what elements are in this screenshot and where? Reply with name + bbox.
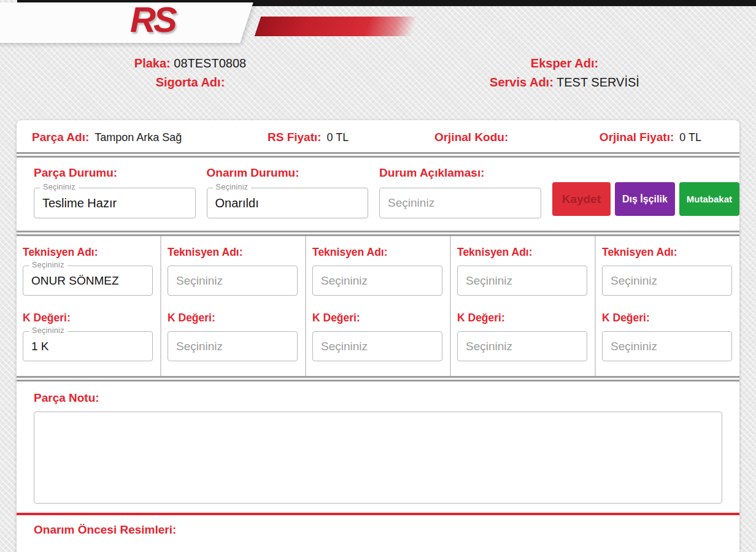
- technician-name-select[interactable]: Seçininiz: [602, 266, 732, 296]
- header-info: Plaka: 08TEST0808 Sigorta Adı: Eksper Ad…: [0, 54, 756, 94]
- eksper-row: Eksper Adı:: [436, 54, 693, 73]
- plaka-value: 08TEST0808: [174, 56, 246, 70]
- servis-value: TEST SERVİSİ: [557, 75, 639, 89]
- parca-adi-group: Parça Adı: Tampon Arka Sağ: [32, 131, 182, 144]
- rs-fiyati-group: RS Fiyatı: 0 TL: [268, 131, 349, 144]
- select-placeholder: Seçininiz: [466, 340, 512, 353]
- select-placeholder: Seçininiz: [321, 340, 368, 353]
- parca-adi-label: Parça Adı:: [32, 131, 89, 144]
- red-accent-bar: [255, 17, 417, 36]
- technician-name-label: Teknisyen Adı:: [23, 246, 153, 259]
- select-value: Teslime Hazır: [42, 196, 117, 210]
- rs-logo: RS: [130, 0, 175, 39]
- eksper-label: Eksper Adı:: [531, 56, 598, 70]
- k-value-select[interactable]: Seçininiz: [602, 331, 732, 361]
- onarim-durumu-field: Onarım Durumu: Seçininiz Onarıldı: [207, 166, 369, 218]
- select-placeholder: Seçininiz: [611, 340, 657, 353]
- plaka-label: Plaka:: [134, 56, 171, 70]
- part-note-section: Parça Notu:: [17, 381, 739, 504]
- parca-durumu-field: Parça Durumu: Seçininiz Teslime Hazır: [34, 166, 196, 218]
- technician-column-1: Teknisyen Adı: Seçininiz ONUR SÖNMEZ K D…: [17, 236, 161, 376]
- vehicle-info-block: Plaka: 08TEST0808 Sigorta Adı:: [68, 54, 313, 92]
- dis-iscilik-button[interactable]: Dış İşçilik: [615, 182, 675, 216]
- technicians-grid: Teknisyen Adı: Seçininiz ONUR SÖNMEZ K D…: [17, 236, 739, 376]
- float-label: Seçininiz: [40, 183, 79, 191]
- k-value-label: K Değeri:: [168, 312, 298, 324]
- kaydet-button[interactable]: Kaydet: [552, 182, 611, 216]
- sigorta-row: Sigorta Adı:: [68, 73, 313, 92]
- plaka-row: Plaka: 08TEST0808: [68, 54, 313, 73]
- select-placeholder: Seçininiz: [176, 274, 223, 288]
- technician-column-2: Teknisyen Adı: Seçininiz K Değeri: Seçin…: [161, 236, 306, 376]
- sigorta-label: Sigorta Adı:: [156, 75, 225, 89]
- servis-row: Servis Adı: TEST SERVİSİ: [436, 73, 693, 92]
- main-card: Parça Adı: Tampon Arka Sağ RS Fiyatı: 0 …: [17, 120, 739, 552]
- technician-name-select[interactable]: Seçininiz: [457, 266, 587, 296]
- orjinal-fiyati-group: Orjinal Fiyatı: 0 TL: [600, 131, 701, 144]
- orjinal-kodu-label: Orjinal Kodu:: [434, 131, 508, 144]
- parca-notu-label: Parça Notu:: [34, 391, 722, 405]
- section-divider: [17, 231, 739, 236]
- k-value-label: K Değeri:: [602, 312, 732, 324]
- technician-name-select[interactable]: Seçininiz: [168, 266, 298, 296]
- orjinal-fiyati-label: Orjinal Fiyatı:: [600, 131, 674, 144]
- float-label: Seçininiz: [29, 326, 68, 335]
- servis-label: Servis Adı:: [490, 75, 554, 89]
- durum-aciklamasi-field: Durum Açıklaması: Seçininiz: [379, 166, 541, 218]
- select-placeholder: Seçininiz: [466, 274, 512, 288]
- parca-notu-textarea[interactable]: [34, 412, 722, 504]
- rs-fiyati-label: RS Fiyatı:: [268, 131, 322, 144]
- technician-name-label: Teknisyen Adı:: [457, 246, 587, 259]
- onarim-durumu-label: Onarım Durumu:: [207, 166, 369, 180]
- technician-name-label: Teknisyen Adı:: [312, 246, 442, 259]
- technician-name-select[interactable]: Seçininiz: [312, 266, 442, 296]
- parca-durumu-label: Parça Durumu:: [34, 166, 196, 180]
- durum-aciklamasi-label: Durum Açıklaması:: [379, 166, 541, 180]
- section-divider: [17, 376, 739, 381]
- orjinal-kodu-group: Orjinal Kodu:: [434, 131, 514, 144]
- part-info-row: Parça Adı: Tampon Arka Sağ RS Fiyatı: 0 …: [17, 120, 739, 152]
- section-divider: [17, 152, 739, 158]
- k-value-label: K Değeri:: [457, 312, 587, 324]
- k-value-select[interactable]: Seçininiz: [312, 331, 442, 361]
- action-buttons: Kaydet Dış İşçilik Mutabakat: [552, 182, 739, 216]
- select-value: ONUR SÖNMEZ: [31, 274, 119, 288]
- repair-images-section: Onarım Öncesi Resimleri:: [17, 515, 739, 552]
- status-section: Parça Durumu: Seçininiz Teslime Hazır On…: [17, 158, 739, 231]
- select-placeholder: Seçininiz: [176, 340, 223, 353]
- float-label: Seçininiz: [29, 261, 68, 269]
- durum-aciklamasi-select[interactable]: Seçininiz: [379, 188, 541, 218]
- service-info-block: Eksper Adı: Servis Adı: TEST SERVİSİ: [436, 54, 693, 92]
- technician-name-label: Teknisyen Adı:: [602, 246, 732, 259]
- header-banner: RS: [0, 0, 756, 49]
- k-value-label: K Değeri:: [312, 312, 442, 324]
- parca-adi-value: Tampon Arka Sağ: [94, 131, 182, 144]
- k-value-select[interactable]: Seçininiz: [168, 331, 298, 361]
- parca-durumu-select[interactable]: Seçininiz Teslime Hazır: [34, 188, 196, 218]
- onarim-durumu-select[interactable]: Seçininiz Onarıldı: [207, 188, 369, 218]
- orjinal-fiyati-value: 0 TL: [679, 131, 701, 144]
- select-value: Onarıldı: [215, 196, 259, 210]
- k-value-select[interactable]: Seçininiz: [457, 331, 587, 361]
- k-value-label: K Değeri:: [23, 312, 153, 324]
- float-label: Seçininiz: [213, 183, 252, 191]
- rs-fiyati-value: 0 TL: [327, 131, 349, 144]
- select-placeholder: Seçininiz: [321, 274, 368, 288]
- mutabakat-button[interactable]: Mutabakat: [679, 182, 739, 216]
- technician-column-5: Teknisyen Adı: Seçininiz K Değeri: Seçin…: [596, 236, 739, 376]
- technician-column-4: Teknisyen Adı: Seçininiz K Değeri: Seçin…: [451, 236, 596, 376]
- k-value-select[interactable]: Seçininiz 1 K: [23, 331, 153, 361]
- select-placeholder: Seçininiz: [388, 196, 434, 210]
- technician-name-label: Teknisyen Adı:: [168, 246, 298, 259]
- select-placeholder: Seçininiz: [611, 274, 657, 288]
- technician-column-3: Teknisyen Adı: Seçininiz K Değeri: Seçin…: [306, 236, 451, 376]
- select-value: 1 K: [31, 340, 49, 353]
- technician-name-select[interactable]: Seçininiz ONUR SÖNMEZ: [23, 266, 153, 296]
- logo-banner: [0, 2, 253, 43]
- onarim-oncesi-resimleri-label: Onarım Öncesi Resimleri:: [34, 523, 722, 537]
